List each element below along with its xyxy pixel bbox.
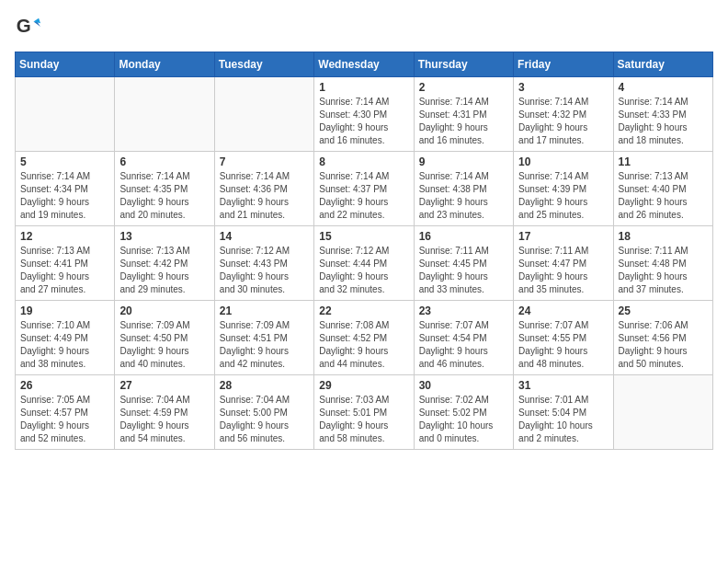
day-number: 4 (619, 81, 708, 94)
day-number: 19 (20, 304, 109, 317)
calendar-cell: 23Sunrise: 7:07 AM Sunset: 4:54 PM Dayli… (414, 301, 513, 375)
weekday-header-wednesday: Wednesday (314, 52, 414, 77)
weekday-header-thursday: Thursday (414, 52, 513, 77)
day-info: Sunrise: 7:14 AM Sunset: 4:30 PM Dayligh… (319, 96, 408, 147)
calendar-cell: 12Sunrise: 7:13 AM Sunset: 4:41 PM Dayli… (16, 226, 115, 301)
day-info: Sunrise: 7:14 AM Sunset: 4:31 PM Dayligh… (419, 96, 508, 147)
day-info: Sunrise: 7:05 AM Sunset: 4:57 PM Dayligh… (20, 394, 109, 445)
calendar-cell: 5Sunrise: 7:14 AM Sunset: 4:34 PM Daylig… (16, 152, 115, 226)
day-info: Sunrise: 7:14 AM Sunset: 4:35 PM Dayligh… (119, 170, 209, 222)
day-info: Sunrise: 7:07 AM Sunset: 4:54 PM Dayligh… (419, 319, 508, 371)
calendar-cell: 19Sunrise: 7:10 AM Sunset: 4:49 PM Dayli… (16, 301, 115, 375)
calendar-cell: 22Sunrise: 7:08 AM Sunset: 4:52 PM Dayli… (314, 301, 414, 375)
page-header: G (15, 15, 713, 40)
day-number: 1 (319, 81, 408, 94)
day-number: 20 (119, 304, 209, 317)
day-info: Sunrise: 7:14 AM Sunset: 4:36 PM Dayligh… (220, 170, 309, 222)
day-number: 2 (419, 81, 508, 94)
calendar-cell (16, 77, 115, 152)
day-info: Sunrise: 7:02 AM Sunset: 5:02 PM Dayligh… (419, 394, 508, 445)
calendar-cell: 17Sunrise: 7:11 AM Sunset: 4:47 PM Dayli… (514, 226, 613, 301)
calendar-cell: 25Sunrise: 7:06 AM Sunset: 4:56 PM Dayli… (613, 301, 712, 375)
day-info: Sunrise: 7:11 AM Sunset: 4:48 PM Dayligh… (619, 245, 708, 296)
calendar-cell: 7Sunrise: 7:14 AM Sunset: 4:36 PM Daylig… (214, 152, 313, 226)
day-info: Sunrise: 7:04 AM Sunset: 4:59 PM Dayligh… (119, 394, 209, 445)
calendar-week-5: 26Sunrise: 7:05 AM Sunset: 4:57 PM Dayli… (16, 375, 713, 450)
day-number: 26 (20, 379, 109, 392)
calendar-week-4: 19Sunrise: 7:10 AM Sunset: 4:49 PM Dayli… (16, 301, 713, 375)
calendar-cell: 24Sunrise: 7:07 AM Sunset: 4:55 PM Dayli… (514, 301, 613, 375)
calendar-table: SundayMondayTuesdayWednesdayThursdayFrid… (15, 52, 713, 450)
calendar-cell: 2Sunrise: 7:14 AM Sunset: 4:31 PM Daylig… (414, 77, 513, 152)
calendar-cell: 28Sunrise: 7:04 AM Sunset: 5:00 PM Dayli… (214, 375, 313, 450)
day-number: 7 (220, 155, 309, 168)
calendar-cell: 26Sunrise: 7:05 AM Sunset: 4:57 PM Dayli… (16, 375, 115, 450)
day-info: Sunrise: 7:09 AM Sunset: 4:50 PM Dayligh… (119, 319, 209, 371)
calendar-cell: 4Sunrise: 7:14 AM Sunset: 4:33 PM Daylig… (613, 77, 712, 152)
day-info: Sunrise: 7:12 AM Sunset: 4:43 PM Dayligh… (220, 245, 309, 296)
weekday-header-saturday: Saturday (613, 52, 712, 77)
calendar-cell: 20Sunrise: 7:09 AM Sunset: 4:50 PM Dayli… (115, 301, 214, 375)
day-info: Sunrise: 7:08 AM Sunset: 4:52 PM Dayligh… (319, 319, 408, 371)
day-info: Sunrise: 7:14 AM Sunset: 4:39 PM Dayligh… (518, 170, 608, 222)
day-number: 29 (319, 379, 408, 392)
calendar-cell: 16Sunrise: 7:11 AM Sunset: 4:45 PM Dayli… (414, 226, 513, 301)
calendar-week-2: 5Sunrise: 7:14 AM Sunset: 4:34 PM Daylig… (16, 152, 713, 226)
day-number: 31 (518, 379, 608, 392)
weekday-header-tuesday: Tuesday (214, 52, 313, 77)
day-info: Sunrise: 7:14 AM Sunset: 4:32 PM Dayligh… (518, 96, 608, 147)
day-number: 27 (119, 379, 209, 392)
day-number: 25 (619, 304, 708, 317)
day-number: 17 (518, 230, 608, 243)
calendar-cell: 30Sunrise: 7:02 AM Sunset: 5:02 PM Dayli… (414, 375, 513, 450)
calendar-cell: 13Sunrise: 7:13 AM Sunset: 4:42 PM Dayli… (115, 226, 214, 301)
calendar-cell: 3Sunrise: 7:14 AM Sunset: 4:32 PM Daylig… (514, 77, 613, 152)
calendar-cell: 27Sunrise: 7:04 AM Sunset: 4:59 PM Dayli… (115, 375, 214, 450)
calendar-cell: 8Sunrise: 7:14 AM Sunset: 4:37 PM Daylig… (314, 152, 414, 226)
day-info: Sunrise: 7:11 AM Sunset: 4:47 PM Dayligh… (518, 245, 608, 296)
day-number: 10 (518, 155, 608, 168)
logo-icon: G (15, 15, 40, 40)
calendar-cell: 15Sunrise: 7:12 AM Sunset: 4:44 PM Dayli… (314, 226, 414, 301)
calendar-week-3: 12Sunrise: 7:13 AM Sunset: 4:41 PM Dayli… (16, 226, 713, 301)
day-info: Sunrise: 7:13 AM Sunset: 4:40 PM Dayligh… (619, 170, 708, 222)
day-number: 16 (419, 230, 508, 243)
weekday-header-monday: Monday (115, 52, 214, 77)
day-info: Sunrise: 7:07 AM Sunset: 4:55 PM Dayligh… (518, 319, 608, 371)
calendar-cell: 21Sunrise: 7:09 AM Sunset: 4:51 PM Dayli… (214, 301, 313, 375)
calendar-cell: 1Sunrise: 7:14 AM Sunset: 4:30 PM Daylig… (314, 77, 414, 152)
day-info: Sunrise: 7:14 AM Sunset: 4:33 PM Dayligh… (619, 96, 708, 147)
weekday-header-sunday: Sunday (16, 52, 115, 77)
calendar-cell: 18Sunrise: 7:11 AM Sunset: 4:48 PM Dayli… (613, 226, 712, 301)
calendar-cell: 31Sunrise: 7:01 AM Sunset: 5:04 PM Dayli… (514, 375, 613, 450)
calendar-cell: 10Sunrise: 7:14 AM Sunset: 4:39 PM Dayli… (514, 152, 613, 226)
calendar-week-1: 1Sunrise: 7:14 AM Sunset: 4:30 PM Daylig… (16, 77, 713, 152)
weekday-header-friday: Friday (514, 52, 613, 77)
day-info: Sunrise: 7:14 AM Sunset: 4:37 PM Dayligh… (319, 170, 408, 222)
day-number: 3 (518, 81, 608, 94)
svg-text:G: G (17, 15, 31, 36)
day-info: Sunrise: 7:06 AM Sunset: 4:56 PM Dayligh… (619, 319, 708, 371)
day-number: 12 (20, 230, 109, 243)
day-info: Sunrise: 7:13 AM Sunset: 4:42 PM Dayligh… (119, 245, 209, 296)
day-number: 18 (619, 230, 708, 243)
day-info: Sunrise: 7:11 AM Sunset: 4:45 PM Dayligh… (419, 245, 508, 296)
day-number: 8 (319, 155, 408, 168)
day-number: 15 (319, 230, 408, 243)
day-number: 5 (20, 155, 109, 168)
weekday-header-row: SundayMondayTuesdayWednesdayThursdayFrid… (16, 52, 713, 77)
calendar-body: 1Sunrise: 7:14 AM Sunset: 4:30 PM Daylig… (16, 77, 713, 450)
day-number: 22 (319, 304, 408, 317)
day-number: 30 (419, 379, 508, 392)
calendar-cell: 9Sunrise: 7:14 AM Sunset: 4:38 PM Daylig… (414, 152, 513, 226)
day-number: 24 (518, 304, 608, 317)
calendar-cell: 6Sunrise: 7:14 AM Sunset: 4:35 PM Daylig… (115, 152, 214, 226)
day-number: 21 (220, 304, 309, 317)
logo: G (15, 15, 42, 40)
calendar-cell: 29Sunrise: 7:03 AM Sunset: 5:01 PM Dayli… (314, 375, 414, 450)
day-number: 14 (220, 230, 309, 243)
day-number: 11 (619, 155, 708, 168)
calendar-cell: 14Sunrise: 7:12 AM Sunset: 4:43 PM Dayli… (214, 226, 313, 301)
day-info: Sunrise: 7:04 AM Sunset: 5:00 PM Dayligh… (220, 394, 309, 445)
day-number: 28 (220, 379, 309, 392)
